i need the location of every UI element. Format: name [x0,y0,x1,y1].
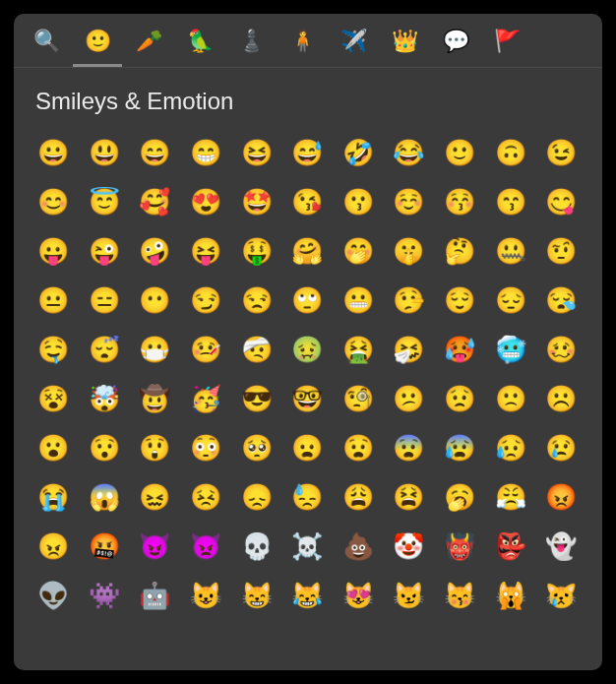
emoji-cell[interactable]: 😀 [31,131,75,174]
emoji-cell[interactable]: 😇 [83,180,126,223]
emoji-cell[interactable]: 😙 [489,180,532,223]
emoji-cell[interactable]: 🥴 [539,328,583,371]
emoji-cell[interactable]: 🤧 [387,328,430,371]
emoji-cell[interactable]: 🙄 [285,279,329,322]
emoji-cell[interactable]: 💀 [235,525,278,568]
emoji-cell[interactable]: 🤑 [235,229,278,273]
emoji-cell[interactable]: 🤪 [133,229,176,273]
emoji-cell[interactable]: 😬 [337,279,380,322]
emoji-cell[interactable]: 😃 [83,131,126,174]
emoji-cell[interactable]: 😵 [31,377,75,420]
emoji-cell[interactable]: 🤓 [285,377,329,420]
people-tab[interactable]: 🧍 [277,24,327,67]
emoji-cell[interactable]: 😔 [489,279,532,322]
objects-tab[interactable]: 👑 [380,24,429,67]
emoji-cell[interactable]: 😲 [133,426,176,469]
food-tab[interactable]: 🥕 [124,24,173,67]
emoji-cell[interactable]: 😄 [133,131,176,174]
emoji-cell[interactable]: 😷 [133,328,176,371]
emoji-cell[interactable]: 🤒 [184,328,227,371]
emoji-cell[interactable]: 🤨 [539,229,583,273]
emoji-cell[interactable]: 😘 [285,180,329,223]
emoji-scroll-area[interactable]: Smileys & Emotion 😀😃😄😁😆😅🤣😂🙂🙃😉😊😇🥰😍🤩😘😗☺️😚😙… [14,68,602,670]
emoji-cell[interactable]: 😮 [31,426,75,469]
emoji-cell[interactable]: 👺 [489,525,532,568]
emoji-cell[interactable]: 😸 [235,574,278,617]
emoji-cell[interactable]: 🧐 [337,377,380,420]
animals-tab[interactable]: 🦜 [175,24,224,67]
emoji-cell[interactable]: 😑 [83,279,126,322]
emoji-cell[interactable]: 😚 [438,180,481,223]
emoji-cell[interactable]: 🥵 [438,328,481,371]
emoji-cell[interactable]: 🤡 [387,525,430,568]
emoji-cell[interactable]: 😹 [285,574,329,617]
emoji-cell[interactable]: 🥺 [235,426,278,469]
emoji-cell[interactable]: 🙂 [438,131,481,174]
emoji-cell[interactable]: 😶 [133,279,176,322]
emoji-cell[interactable]: 😆 [235,131,278,174]
emoji-cell[interactable]: 😒 [235,279,278,322]
emoji-cell[interactable]: 🤠 [133,377,176,420]
emoji-cell[interactable]: 👽 [31,574,75,617]
emoji-cell[interactable]: 😿 [539,574,583,617]
emoji-cell[interactable]: 😤 [489,475,532,519]
emoji-cell[interactable]: 😕 [387,377,430,420]
emoji-cell[interactable]: 🤐 [489,229,532,273]
emoji-cell[interactable]: 🤬 [83,525,126,568]
emoji-cell[interactable]: 😯 [83,426,126,469]
emoji-cell[interactable]: 😧 [337,426,380,469]
emoji-cell[interactable]: 😎 [235,377,278,420]
emoji-cell[interactable]: 😂 [387,131,430,174]
emoji-cell[interactable]: 😏 [184,279,227,322]
emoji-cell[interactable]: 🤮 [337,328,380,371]
emoji-cell[interactable]: 👾 [83,574,126,617]
emoji-cell[interactable]: 😉 [539,131,583,174]
emoji-cell[interactable]: 🤤 [31,328,75,371]
emoji-cell[interactable]: 😩 [337,475,380,519]
emoji-cell[interactable]: 😗 [337,180,380,223]
emoji-cell[interactable]: 😁 [184,131,227,174]
emoji-cell[interactable]: 🤢 [285,328,329,371]
emoji-cell[interactable]: 🤩 [235,180,278,223]
emoji-cell[interactable]: ☹️ [539,377,583,420]
symbols-tab[interactable]: 💬 [431,24,480,67]
emoji-cell[interactable]: 👻 [539,525,583,568]
emoji-cell[interactable]: 😼 [387,574,430,617]
emoji-cell[interactable]: 😴 [83,328,126,371]
emoji-cell[interactable]: 💩 [337,525,380,568]
emoji-cell[interactable]: 🙁 [489,377,532,420]
flags-tab[interactable]: 🚩 [482,24,531,67]
emoji-cell[interactable]: 😍 [184,180,227,223]
emoji-cell[interactable]: 👹 [438,525,481,568]
emoji-cell[interactable]: 😊 [31,180,75,223]
emoji-cell[interactable]: 👿 [184,525,227,568]
emoji-cell[interactable]: 😢 [539,426,583,469]
emoji-cell[interactable]: 😈 [133,525,176,568]
emoji-cell[interactable]: 😺 [184,574,227,617]
emoji-cell[interactable]: 🤕 [235,328,278,371]
emoji-cell[interactable]: 😖 [133,475,176,519]
search-tab[interactable]: 🔍 [22,24,71,67]
emoji-cell[interactable]: 🤯 [83,377,126,420]
emoji-cell[interactable]: 😭 [31,475,75,519]
emoji-cell[interactable]: 😓 [285,475,329,519]
emoji-cell[interactable]: 😡 [539,475,583,519]
emoji-cell[interactable]: 🤖 [133,574,176,617]
emoji-cell[interactable]: 😠 [31,525,75,568]
emoji-cell[interactable]: 🤥 [387,279,430,322]
smileys-tab[interactable]: 🙂 [73,24,122,67]
emoji-cell[interactable]: 😌 [438,279,481,322]
travel-tab[interactable]: ✈️ [329,24,378,67]
emoji-cell[interactable]: 😞 [235,475,278,519]
emoji-cell[interactable]: 😰 [438,426,481,469]
emoji-cell[interactable]: 😟 [438,377,481,420]
emoji-cell[interactable]: ☺️ [387,180,430,223]
emoji-cell[interactable]: 😣 [184,475,227,519]
emoji-cell[interactable]: 😜 [83,229,126,273]
emoji-cell[interactable]: 😋 [539,180,583,223]
emoji-cell[interactable]: 🙀 [489,574,532,617]
emoji-cell[interactable]: 😱 [83,475,126,519]
emoji-cell[interactable]: 😛 [31,229,75,273]
emoji-cell[interactable]: 🥰 [133,180,176,223]
emoji-cell[interactable]: 😳 [184,426,227,469]
